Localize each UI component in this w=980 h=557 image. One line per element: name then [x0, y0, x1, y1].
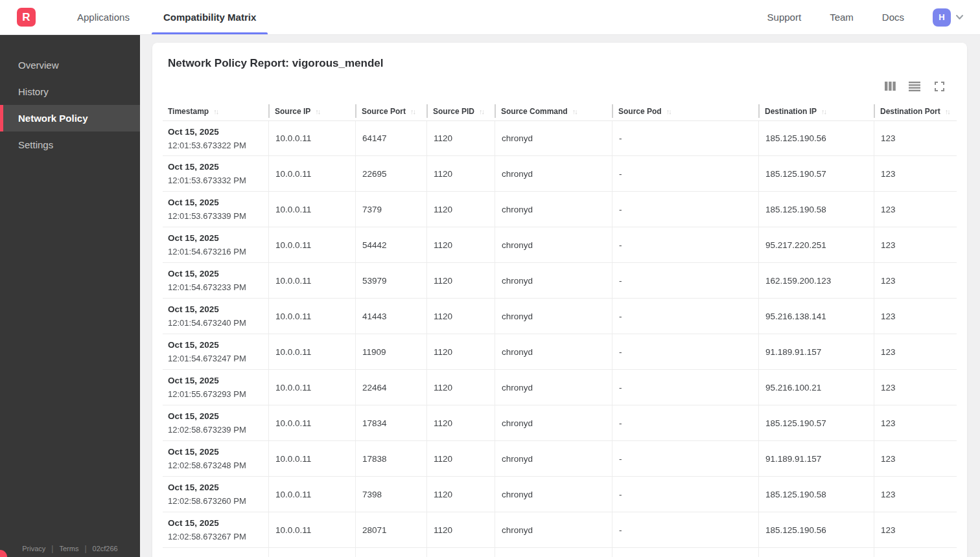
cell-destination-ip: 185.125.190.56	[758, 512, 874, 547]
cell-time: 12:02:58.673248 PM	[168, 459, 268, 472]
cell-destination-ip: 91.189.91.157	[758, 334, 874, 369]
cell-source-pod: -	[612, 299, 758, 334]
nav-link-docs[interactable]: Docs	[882, 12, 904, 23]
cell-source-ip: 10.0.0.11	[268, 405, 355, 440]
cell-timestamp: Oct 15, 202512:01:54.673247 PM	[163, 334, 268, 369]
cell-timestamp: Oct 15, 2025	[163, 548, 268, 557]
cell-destination-port: 123	[874, 192, 957, 227]
table-row: Oct 15, 202512:01:53.673332 PM10.0.0.112…	[163, 156, 957, 192]
user-menu[interactable]: H	[933, 8, 964, 27]
cell-time: 12:01:55.673293 PM	[168, 387, 268, 401]
table-row: Oct 15, 202512:02:58.673267 PM10.0.0.112…	[163, 512, 957, 548]
sidebar-item-overview[interactable]: Overview	[0, 52, 140, 78]
column-header-source-port[interactable]: Source Port↑↓	[355, 102, 426, 120]
sidebar-item-settings[interactable]: Settings	[0, 131, 140, 158]
nav-link-support[interactable]: Support	[767, 12, 802, 23]
table-row: Oct 15, 202512:01:54.673240 PM10.0.0.114…	[163, 299, 957, 334]
column-resizer[interactable]	[426, 104, 428, 118]
column-label: Source Pod	[618, 107, 662, 116]
footer-divider: |	[84, 544, 86, 553]
column-header-source-ip[interactable]: Source IP↑↓	[268, 102, 355, 120]
cell-source-pid: 1120	[426, 156, 495, 191]
cell-source-pid: 1120	[426, 192, 495, 227]
cell-destination-port: 123	[874, 299, 957, 334]
sidebar-footer: Privacy | Terms | 02cf266	[0, 544, 140, 553]
column-resizer[interactable]	[495, 104, 496, 118]
cell-source-ip: 10.0.0.11	[268, 192, 355, 227]
sort-icon[interactable]: ↑↓	[213, 108, 219, 115]
nav-link-team[interactable]: Team	[830, 12, 854, 23]
column-resizer[interactable]	[758, 104, 760, 118]
footer-divider: |	[51, 544, 53, 553]
sort-icon[interactable]: ↑↓	[479, 108, 485, 115]
sort-icon[interactable]: ↑↓	[410, 108, 416, 115]
column-header-destination-ip[interactable]: Destination IP↑↓	[758, 102, 874, 120]
chevron-down-icon[interactable]	[955, 12, 964, 22]
cell-date: Oct 15, 2025	[168, 125, 268, 139]
cell-source-ip: 10.0.0.11	[268, 441, 355, 476]
cell-source-ip: 10.0.0.11	[268, 263, 355, 298]
cell-time: 12:01:53.673339 PM	[168, 209, 268, 223]
sidebar-item-network-policy[interactable]: Network Policy	[0, 105, 140, 131]
nav-tab-applications[interactable]: Applications	[60, 0, 146, 34]
cell-timestamp: Oct 15, 202512:01:53.673339 PM	[163, 192, 268, 227]
column-header-source-pid[interactable]: Source PID↑↓	[426, 102, 495, 120]
cell-destination-ip: 95.217.220.251	[758, 227, 874, 262]
cell-source-pod: -	[612, 263, 758, 298]
cell-source-pid: 1120	[426, 334, 495, 369]
cell-destination-ip: 185.125.190.57	[758, 156, 874, 191]
column-resizer[interactable]	[355, 104, 356, 118]
report-card: Network Policy Report: vigorous_mendel	[152, 43, 967, 557]
cell-source-port: 22695	[355, 156, 426, 191]
cell-source-pid: 1120	[426, 121, 495, 155]
sort-icon[interactable]: ↑↓	[666, 108, 672, 115]
cell-date: Oct 15, 2025	[168, 409, 268, 423]
app-logo[interactable]: R	[17, 8, 36, 27]
table-row: Oct 15, 202512:02:58.673260 PM10.0.0.117…	[163, 477, 957, 512]
cell-source-command: chronyd	[495, 121, 612, 155]
table-toolbar	[163, 80, 957, 92]
nav-tab-compatibility-matrix[interactable]: Compatibility Matrix	[146, 0, 273, 34]
cell-source-ip: 10.0.0.11	[268, 477, 355, 512]
column-header-timestamp[interactable]: Timestamp↑↓	[163, 102, 268, 120]
rows-view-icon[interactable]	[909, 81, 920, 91]
cell-source-pid: 1120	[426, 405, 495, 440]
sort-icon[interactable]: ↑↓	[821, 108, 827, 115]
cell-destination-port: 123	[874, 512, 957, 547]
cell-source-pid: 1120	[426, 512, 495, 547]
cell-source-command: chronyd	[495, 512, 612, 547]
column-header-source-pod[interactable]: Source Pod↑↓	[612, 102, 758, 120]
column-label: Source PID	[433, 107, 474, 116]
avatar[interactable]: H	[933, 8, 951, 27]
cell-destination-ip: 95.216.138.141	[758, 299, 874, 334]
cell-destination-ip: 162.159.200.123	[758, 263, 874, 298]
sort-icon[interactable]: ↑↓	[315, 108, 321, 115]
privacy-link[interactable]: Privacy	[22, 545, 45, 552]
table-header: Timestamp↑↓Source IP↑↓Source Port↑↓Sourc…	[163, 102, 957, 120]
cell-date: Oct 15, 2025	[168, 267, 268, 280]
column-header-destination-port[interactable]: Destination Port↑↓	[874, 102, 957, 120]
cell-source-port: 11909	[355, 334, 426, 369]
column-resizer[interactable]	[268, 104, 270, 118]
cell-source-pod: -	[612, 512, 758, 547]
fullscreen-icon[interactable]	[933, 81, 945, 91]
cell-source-port: 17838	[355, 441, 426, 476]
cell-source-ip: 10.0.0.11	[268, 370, 355, 405]
page-title: Network Policy Report: vigorous_mendel	[168, 57, 957, 70]
sort-icon[interactable]: ↑↓	[945, 108, 951, 115]
cell-source-pod: -	[612, 441, 758, 476]
cell-source-port: 28071	[355, 512, 426, 547]
columns-view-icon[interactable]	[884, 81, 896, 91]
primary-tabs: ApplicationsCompatibility Matrix	[60, 0, 273, 34]
cell-destination-port: 123	[874, 477, 957, 512]
column-resizer[interactable]	[874, 104, 875, 118]
sidebar-item-history[interactable]: History	[0, 78, 140, 105]
column-resizer[interactable]	[612, 104, 613, 118]
table-row: Oct 15, 202512:01:54.673233 PM10.0.0.115…	[163, 263, 957, 299]
terms-link[interactable]: Terms	[59, 545, 78, 552]
cell-time: 12:01:53.673332 PM	[168, 174, 268, 187]
table-row: Oct 15, 202512:01:53.673322 PM10.0.0.116…	[163, 120, 957, 156]
sort-icon[interactable]: ↑↓	[572, 108, 578, 115]
column-header-source-command[interactable]: Source Command↑↓	[495, 102, 612, 120]
cell-source-pod: -	[612, 405, 758, 440]
